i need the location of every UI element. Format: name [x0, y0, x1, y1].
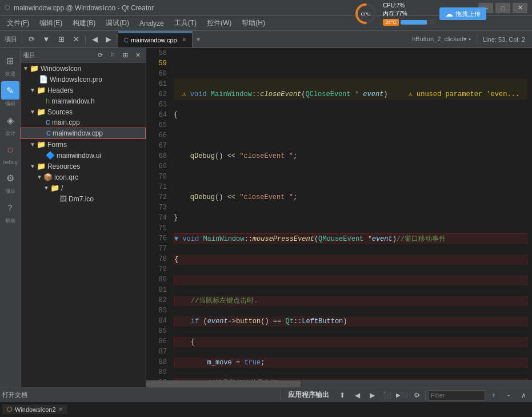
- output-tab-item[interactable]: ⬡ WindowsIcon2 ✕: [2, 404, 67, 414]
- tree-item-pro[interactable]: 📄 WindowsIcon.pro: [21, 74, 146, 85]
- back-button[interactable]: ◀: [88, 33, 102, 46]
- tree-split-button[interactable]: ⊞: [119, 50, 131, 61]
- arrow-sources[interactable]: ▼: [30, 109, 35, 115]
- tree-item-sources[interactable]: ▼ 📁 Sources: [21, 106, 146, 117]
- svg-text:CPU: CPU: [361, 11, 370, 17]
- arrow-headers[interactable]: ▼: [30, 87, 35, 93]
- function-indicator: hButton_2_clicked▾ •: [407, 35, 475, 43]
- sidebar-project-label: 项目: [5, 188, 15, 195]
- cpp-icon2: C: [46, 130, 51, 137]
- code-content[interactable]: ⚠ void MainWindow::closeEvent(QCloseEven…: [169, 48, 532, 380]
- menu-build[interactable]: 构建(B): [68, 17, 100, 29]
- upload-button[interactable]: ☁ 拖拽上传: [439, 7, 486, 20]
- arrow-slash[interactable]: ▼: [43, 185, 49, 191]
- output-filter-input[interactable]: [428, 390, 485, 400]
- folder-resources-icon: 📁: [37, 162, 46, 170]
- output-btn-settings[interactable]: ⚙: [410, 390, 423, 401]
- arrow-windowsicon[interactable]: ▼: [23, 65, 29, 72]
- tab-close-button[interactable]: ✕: [182, 37, 186, 43]
- h-scroll-thumb[interactable]: [146, 381, 301, 387]
- sidebar-edit[interactable]: ✎: [1, 81, 19, 100]
- tree-item-resources[interactable]: ▼ 📁 Resources: [21, 161, 146, 172]
- tree-close-button[interactable]: ✕: [132, 50, 143, 61]
- close-panel-button[interactable]: ✕: [69, 33, 83, 46]
- menu-controls[interactable]: 控件(W): [202, 17, 236, 29]
- sidebar-project[interactable]: ⚙: [1, 169, 19, 187]
- menu-edit[interactable]: 编辑(E): [35, 17, 67, 29]
- arrow-resources[interactable]: ▼: [30, 163, 35, 169]
- pro-icon: 📄: [39, 75, 48, 84]
- tree-label-mainwindow-cpp: mainwindow.cpp: [53, 129, 103, 137]
- maximize-button[interactable]: □: [495, 3, 510, 13]
- tree-item-windowsicon[interactable]: ▼ 📁 WindowsIcon: [21, 63, 146, 74]
- open-doc-label: 打开文档: [2, 391, 27, 399]
- sidebar-edit-group: ✎ 编辑: [1, 80, 19, 109]
- sidebar-design-group: ◈ 设计: [1, 110, 19, 138]
- sep2: [85, 34, 86, 45]
- folder-windowsicon-icon: 📁: [30, 64, 39, 73]
- menu-debug[interactable]: 调试(D): [101, 17, 134, 29]
- tree-toolbar-label: 项目: [23, 51, 93, 59]
- tree-item-mainwindow-cpp[interactable]: C mainwindow.cpp: [21, 128, 146, 139]
- sidebar-welcome-group: ⊞ 欢迎: [1, 50, 19, 79]
- sidebar-design-label: 设计: [5, 130, 15, 137]
- arrow-icon-qrc[interactable]: ▼: [37, 174, 42, 180]
- tree-item-dm7-ico[interactable]: 🖼 Dm7.ico: [21, 193, 146, 204]
- sidebar-debug[interactable]: ⬡: [1, 141, 19, 159]
- sidebar-project-group: ⚙ 项目: [1, 168, 19, 196]
- tree-item-icon-qrc[interactable]: ▼ 📦 icon.qrc: [21, 172, 146, 182]
- tree-item-forms[interactable]: ▼ 📁 Forms: [21, 139, 146, 150]
- main-area: ⊞ 欢迎 ✎ 编辑 ◈ 设计 ⬡ Debug ⚙ 项目 ? 帮助 项目 ⟳ ⚐: [0, 48, 532, 387]
- perf-widget: CPU CPU:7% 内存:77% 34°C ☁ 拖拽上传: [353, 1, 486, 26]
- code-line-63: [174, 172, 527, 182]
- menu-tools[interactable]: 工具(T): [170, 17, 201, 29]
- tree-filter-button[interactable]: ⚐: [107, 50, 118, 61]
- output-close[interactable]: ∧: [517, 390, 530, 401]
- sidebar-welcome-label: 欢迎: [5, 70, 15, 78]
- sidebar-design[interactable]: ◈: [1, 111, 19, 129]
- sidebar-welcome[interactable]: ⊞: [1, 51, 19, 70]
- menu-file[interactable]: 文件(F): [2, 17, 34, 29]
- output-tab-close[interactable]: ✕: [58, 406, 63, 412]
- menu-help[interactable]: 帮助(H): [237, 17, 270, 29]
- tree-item-mainwindow-h[interactable]: h mainwindow.h: [21, 96, 146, 106]
- tab-mainwindow-cpp[interactable]: C mainwindow.cpp ✕: [118, 31, 193, 47]
- output-btn-left[interactable]: ◀: [351, 390, 363, 401]
- output-btn-stop[interactable]: ⬛: [381, 390, 393, 401]
- output-filter-remove[interactable]: -: [502, 390, 515, 401]
- cpp-icon1: C: [46, 119, 50, 126]
- forward-button[interactable]: ▶: [102, 33, 115, 46]
- sync-button[interactable]: ⟳: [25, 33, 38, 46]
- filter-button[interactable]: ▼: [39, 33, 53, 46]
- code-line-65: }: [174, 213, 527, 223]
- output-filter-add[interactable]: +: [487, 390, 500, 401]
- code-line-61: [174, 130, 527, 141]
- tab-filename: mainwindow.cpp: [131, 37, 177, 43]
- tree-label-sources: Sources: [47, 108, 73, 116]
- close-button[interactable]: ✕: [513, 3, 527, 13]
- output-btn-runstop[interactable]: ▶⬛: [395, 390, 408, 401]
- menu-analyze[interactable]: Analyze: [135, 18, 169, 29]
- project-label: 项目: [2, 35, 19, 43]
- output-btn-run[interactable]: ▶: [366, 390, 378, 401]
- tree-label-mainwindow-h: mainwindow.h: [51, 97, 94, 105]
- tree-label-headers: Headers: [47, 86, 73, 94]
- tree-sync-button[interactable]: ⟳: [94, 50, 106, 61]
- tree-item-slash[interactable]: ▼ 📁 /: [21, 182, 146, 193]
- arrow-forms[interactable]: ▼: [30, 141, 35, 148]
- output-toolbar: 打开文档 应用程序输出 ⬆ ◀ ▶ ⬛ ▶⬛ ⚙ + - ∧: [0, 387, 532, 402]
- h-icon: h: [46, 97, 50, 105]
- code-line-67: {: [174, 255, 527, 265]
- horizontal-scrollbar[interactable]: [146, 380, 532, 387]
- sidebar-help[interactable]: ?: [1, 198, 19, 217]
- tab-dropdown[interactable]: ▾: [193, 33, 204, 46]
- split-button[interactable]: ⊞: [54, 33, 68, 46]
- sidebar-edit-label: 编辑: [5, 100, 15, 108]
- code-area[interactable]: 58 59 60 61 62 63 64 65 66 67 68 69 70 7…: [146, 48, 532, 380]
- tree-label-windowsicon: WindowsIcon: [41, 65, 81, 73]
- tree-item-headers[interactable]: ▼ 📁 Headers: [21, 85, 146, 96]
- tree-item-main-cpp[interactable]: C main.cpp: [21, 117, 146, 128]
- tree-item-mainwindow-ui[interactable]: 🔷 mainwindow.ui: [21, 150, 146, 161]
- sep-filter: [425, 390, 426, 400]
- output-btn-up[interactable]: ⬆: [336, 390, 349, 401]
